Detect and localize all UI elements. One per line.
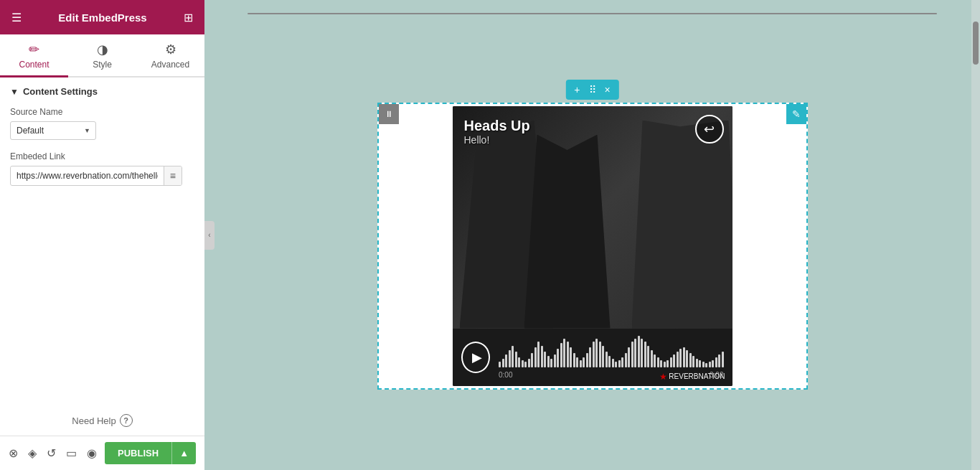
top-line-decoration (248, 13, 937, 14)
source-name-label: Source Name (10, 107, 194, 117)
section-title: Content Settings (23, 86, 98, 97)
hamburger-icon[interactable]: ☰ (11, 11, 22, 24)
layers-icon[interactable]: ⊗ (9, 446, 18, 460)
advanced-icon: ⚙ (165, 42, 176, 57)
widget-move-button[interactable]: ⠿ (585, 83, 600, 97)
source-name-select[interactable]: Default (10, 121, 96, 140)
embed-container: Heads Up Hello! ↩ ▶ 0:00 3:02 (453, 106, 732, 386)
widget-toolbar: + ⠿ × (565, 80, 618, 100)
bookmark-icon[interactable]: ◈ (28, 446, 37, 460)
section-arrow: ▼ (10, 87, 19, 97)
time-start: 0:00 (499, 371, 512, 379)
sidebar: ☰ Edit EmbedPress ⊞ ✏ Content ◑ Style ⚙ … (0, 0, 204, 470)
bottom-bar: ⊗ ◈ ↺ ▭ ◉ PUBLISH ▲ (0, 436, 204, 470)
sidebar-header: ☰ Edit EmbedPress ⊞ (0, 0, 204, 34)
figure-right (632, 121, 732, 329)
tab-content-label: Content (19, 60, 49, 70)
style-icon: ◑ (97, 42, 108, 57)
source-name-group: Source Name Default (10, 107, 194, 140)
tab-advanced-label: Advanced (151, 60, 189, 70)
sidebar-content: ▼ Content Settings Source Name Default E… (0, 77, 204, 405)
embed-link-input[interactable] (11, 167, 164, 184)
star-icon: ★ (659, 372, 667, 382)
song-subtitle: Hello! (464, 134, 530, 146)
main-content: + ⠿ × ⏸ ✎ Heads Up Hello! (204, 0, 980, 470)
widget-add-button[interactable]: + (570, 83, 584, 97)
scrollbar (971, 0, 980, 470)
publish-btn-group: PUBLISH ▲ (105, 442, 196, 464)
pause-icon[interactable]: ⏸ (379, 104, 399, 124)
collapse-handle[interactable]: ‹ (204, 221, 215, 250)
section-header[interactable]: ▼ Content Settings (10, 86, 194, 97)
tab-content[interactable]: ✏ Content (0, 34, 68, 77)
share-icon[interactable]: ↩ (695, 115, 724, 144)
sidebar-title: Edit EmbedPress (58, 11, 146, 24)
edit-icon[interactable]: ✎ (786, 104, 806, 124)
publish-arrow-button[interactable]: ▲ (171, 442, 196, 464)
widget-outer: ⏸ ✎ Heads Up Hello! ↩ (377, 103, 808, 390)
reverbnation-logo: ★ REVERBNATION (659, 372, 725, 382)
embed-link-icon-btn[interactable]: ≡ (164, 166, 182, 185)
widget-close-button[interactable]: × (600, 83, 615, 97)
tab-style[interactable]: ◑ Style (68, 34, 136, 77)
embed-image: Heads Up Hello! ↩ (453, 106, 732, 329)
reverbnation-text: REVERBNATION (669, 372, 725, 380)
tab-advanced[interactable]: ⚙ Advanced (136, 34, 204, 77)
tab-style-label: Style (93, 60, 112, 70)
song-title: Heads Up (464, 118, 530, 134)
content-icon: ✏ (29, 42, 39, 57)
preview-icon[interactable]: ◉ (87, 446, 97, 460)
figure-middle (524, 135, 611, 329)
bottom-icons: ⊗ ◈ ↺ ▭ ◉ (9, 446, 97, 460)
grid-icon[interactable]: ⊞ (184, 11, 193, 24)
waveform-bars (499, 336, 724, 367)
embed-link-label: Embeded Link (10, 151, 194, 161)
desktop-icon[interactable]: ▭ (66, 446, 77, 460)
scrollbar-thumb[interactable] (973, 22, 979, 65)
widget-area: + ⠿ × ⏸ ✎ Heads Up Hello! (377, 103, 808, 390)
source-name-select-wrapper: Default (10, 121, 96, 140)
publish-button[interactable]: PUBLISH (105, 442, 171, 464)
embed-link-group: Embeded Link ≡ (10, 151, 194, 186)
need-help-label: Need Help (72, 415, 116, 426)
song-info: Heads Up Hello! (464, 118, 530, 146)
undo-icon[interactable]: ↺ (47, 446, 56, 460)
need-help-section[interactable]: Need Help ? (0, 405, 204, 436)
tabs-bar: ✏ Content ◑ Style ⚙ Advanced (0, 34, 204, 77)
play-button[interactable]: ▶ (461, 342, 491, 373)
help-icon: ? (120, 414, 133, 427)
embed-link-input-wrapper: ≡ (10, 166, 182, 186)
